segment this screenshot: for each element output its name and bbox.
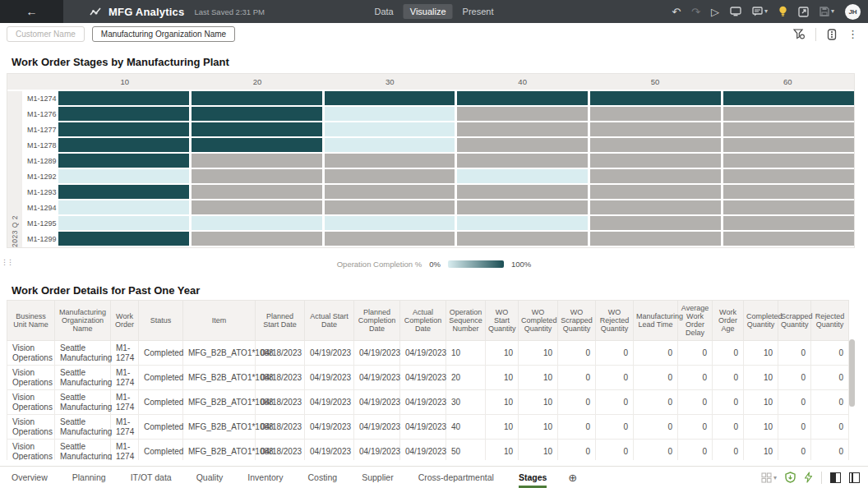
- heatmap-cell[interactable]: [58, 169, 189, 183]
- table-cell[interactable]: 0: [596, 440, 634, 461]
- heatmap-cell[interactable]: [58, 122, 189, 136]
- table-cell[interactable]: 10: [486, 366, 519, 390]
- heatmap-cell[interactable]: [58, 185, 189, 199]
- heatmap-cell[interactable]: [325, 138, 455, 152]
- table-cell[interactable]: 10: [486, 341, 519, 366]
- table-cell[interactable]: Seattle Manufacturing: [55, 341, 111, 366]
- table-cell[interactable]: Completed: [139, 440, 183, 461]
- table-cell[interactable]: Seattle Manufacturing: [55, 415, 111, 440]
- table-cell[interactable]: MFG_B2B_ATO1*1088: [183, 415, 256, 440]
- heatmap-cell[interactable]: [325, 154, 455, 168]
- table-cell[interactable]: 04/18/2023: [256, 390, 305, 415]
- table-column-header[interactable]: WO Rejected Quantity: [596, 301, 634, 341]
- manufacturing-org-filter[interactable]: Manufacturing Organization Name: [92, 26, 235, 42]
- table-column-header[interactable]: Planned Start Date: [256, 301, 305, 341]
- data-refresh-shield-icon[interactable]: [785, 472, 796, 483]
- table-cell[interactable]: Vision Operations: [7, 415, 55, 440]
- heatmap-cell[interactable]: [325, 200, 455, 214]
- table-cell[interactable]: 0: [811, 366, 849, 390]
- preview-play-icon[interactable]: ▷: [711, 7, 719, 17]
- table-cell[interactable]: Seattle Manufacturing: [55, 390, 111, 415]
- heatmap-cell[interactable]: [723, 169, 854, 183]
- table-cell[interactable]: 10: [519, 440, 558, 461]
- heatmap-cell[interactable]: [457, 169, 588, 183]
- table-cell[interactable]: 10: [744, 366, 778, 390]
- table-cell[interactable]: 04/19/2023: [305, 415, 354, 440]
- table-column-header[interactable]: Work Order: [111, 301, 139, 341]
- tab-present[interactable]: Present: [456, 4, 501, 19]
- heatmap-cell[interactable]: [590, 122, 721, 136]
- table-cell[interactable]: 10: [744, 390, 778, 415]
- table-cell[interactable]: 0: [778, 390, 811, 415]
- table-cell[interactable]: 0: [596, 415, 634, 440]
- canvas-tab-costing[interactable]: Costing: [308, 467, 338, 488]
- table-cell[interactable]: 10: [519, 366, 558, 390]
- table-cell[interactable]: 0: [713, 415, 744, 440]
- table-cell[interactable]: 0: [634, 440, 678, 461]
- add-canvas-icon[interactable]: ⊕: [568, 472, 577, 484]
- canvas-tab-overview[interactable]: Overview: [12, 467, 48, 488]
- table-cell[interactable]: 04/18/2023: [256, 440, 305, 461]
- filter-icon[interactable]: [793, 29, 805, 39]
- panel-layout-thin-icon[interactable]: [849, 472, 860, 483]
- table-cell[interactable]: 10: [486, 440, 519, 461]
- table-cell[interactable]: 0: [811, 440, 849, 461]
- heatmap-cell[interactable]: [590, 200, 721, 214]
- heatmap-cell[interactable]: [723, 216, 854, 230]
- heatmap-cell[interactable]: [192, 200, 322, 214]
- table-cell[interactable]: 0: [678, 366, 713, 390]
- canvas-tab-planning[interactable]: Planning: [72, 467, 106, 488]
- heatmap-cell[interactable]: [192, 185, 322, 199]
- heatmap-cell[interactable]: [58, 232, 189, 246]
- open-in-new-icon[interactable]: [798, 7, 809, 17]
- heatmap-cell[interactable]: [58, 91, 189, 105]
- table-cell[interactable]: 50: [446, 440, 486, 461]
- heatmap-cell[interactable]: [325, 232, 455, 246]
- table-cell[interactable]: 30: [446, 390, 486, 415]
- heatmap-cell[interactable]: [58, 200, 189, 214]
- heatmap-cell[interactable]: [192, 216, 322, 230]
- table-cell[interactable]: 0: [558, 366, 596, 390]
- table-vertical-scrollbar[interactable]: [849, 339, 855, 407]
- heatmap-cell[interactable]: [58, 216, 189, 230]
- table-cell[interactable]: 04/19/2023: [354, 415, 400, 440]
- table-column-header[interactable]: Rejected Quantity: [811, 301, 849, 341]
- table-cell[interactable]: 10: [744, 341, 778, 366]
- table-column-header[interactable]: Item: [183, 301, 256, 341]
- heatmap-cell[interactable]: [723, 232, 854, 246]
- table-cell[interactable]: 0: [778, 366, 811, 390]
- table-cell[interactable]: Completed: [139, 366, 183, 390]
- table-column-header[interactable]: Manufacturing Lead Time: [634, 301, 678, 341]
- table-cell[interactable]: 0: [558, 440, 596, 461]
- table-cell[interactable]: 04/19/2023: [354, 341, 400, 366]
- table-cell[interactable]: 0: [811, 341, 849, 366]
- table-column-header[interactable]: Actual Completion Date: [400, 301, 446, 341]
- tab-visualize[interactable]: Visualize: [404, 4, 453, 19]
- table-cell[interactable]: 0: [778, 341, 811, 366]
- table-column-header[interactable]: Status: [139, 301, 183, 341]
- table-cell[interactable]: Vision Operations: [7, 440, 55, 461]
- comments-icon[interactable]: ▾: [752, 7, 768, 16]
- table-cell[interactable]: 0: [558, 341, 596, 366]
- table-cell[interactable]: 04/18/2023: [256, 341, 305, 366]
- present-cast-icon[interactable]: [730, 7, 741, 16]
- table-cell[interactable]: 04/19/2023: [305, 440, 354, 461]
- heatmap-cell[interactable]: [590, 185, 721, 199]
- table-cell[interactable]: 0: [778, 440, 811, 461]
- table-cell[interactable]: Seattle Manufacturing: [55, 366, 111, 390]
- table-cell[interactable]: 0: [596, 366, 634, 390]
- heatmap-cell[interactable]: [457, 200, 588, 214]
- table-cell[interactable]: 10: [486, 415, 519, 440]
- heatmap-cell[interactable]: [325, 169, 455, 183]
- more-options-kebab-icon[interactable]: ⋮: [847, 28, 858, 40]
- table-cell[interactable]: 0: [678, 341, 713, 366]
- table-cell[interactable]: 0: [678, 390, 713, 415]
- heatmap-cell[interactable]: [457, 185, 588, 199]
- table-cell[interactable]: M1-1274: [111, 341, 139, 366]
- table-cell[interactable]: 0: [596, 390, 634, 415]
- table-cell[interactable]: M1-1274: [111, 366, 139, 390]
- table-cell[interactable]: 04/19/2023: [305, 341, 354, 366]
- table-cell[interactable]: M1-1274: [111, 390, 139, 415]
- redo-icon[interactable]: ↷: [691, 7, 700, 17]
- heatmap-cell[interactable]: [325, 107, 455, 121]
